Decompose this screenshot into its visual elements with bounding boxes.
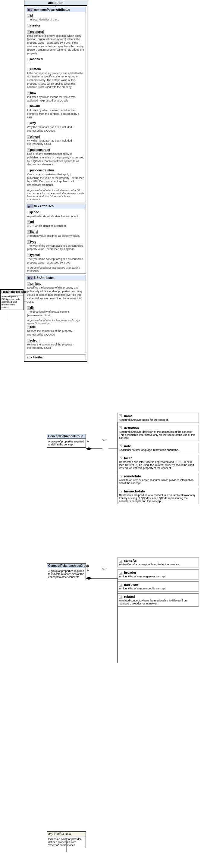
ext-header: any ##other 0..∞ xyxy=(47,832,86,836)
prop-broader-label: □ broader xyxy=(119,571,197,575)
flex-mandatory-note: A group of attributes associated with fl… xyxy=(27,266,84,272)
attr-dir: □dir The directionality of textual conte… xyxy=(27,306,84,317)
prop-sameas-label: □ sameAs xyxy=(119,559,197,562)
attr-modified: □modified ... xyxy=(27,57,84,65)
flex-role-content: Flexible generic PCLtype for both contro… xyxy=(1,294,23,310)
concept-rel-desc: A group of properties required to indica… xyxy=(48,569,84,579)
attr-id: □id The local identifier of the... xyxy=(27,13,84,22)
title-label: attributes xyxy=(48,1,63,4)
attr-whyuri-desc: Why the metadata has been included - exp… xyxy=(27,139,84,146)
prop-note-box: □ note Additional natural language infor… xyxy=(118,443,199,453)
prop-note-label: □ note xyxy=(119,444,197,448)
flex-role-title: Flex1RolePropType xyxy=(1,290,27,293)
attr-xmllang-name: □xmllang xyxy=(27,282,41,285)
prop-name-text: name xyxy=(124,414,133,418)
attr-pubconstrainturi-desc: One or many constraints that apply to pu… xyxy=(27,173,84,187)
attr-how-desc: Indicates by which means the value was a… xyxy=(27,95,84,102)
attr-custom-desc: If the corresponding property was added … xyxy=(27,72,84,89)
concept-def-group-box: ConceptDefinitionGroup A group of proper… xyxy=(47,434,86,447)
prop-hierarchyinfo-label: □ hierarchyInfo xyxy=(119,489,197,493)
attr-pubconstraint: □pubconstraint One or many constraints t… xyxy=(27,148,84,166)
attr-how-name: □how xyxy=(27,91,36,95)
attr-dir-name: □dir xyxy=(27,306,34,310)
attr-modified-desc: ... xyxy=(27,62,84,65)
flex-attributes-section: grp flexAttributes □qcode A qualified co… xyxy=(26,204,86,274)
prop-facet-label: □ facet xyxy=(119,456,197,460)
attr-howuri-name: □howuri xyxy=(27,104,40,108)
prop-hierarchyinfo-desc: Represents the position of a concept in … xyxy=(119,494,197,503)
common-power-attrs-content: □id The local identifier of the... □crea… xyxy=(26,12,86,202)
attr-role: □role Refines the semantics of the prope… xyxy=(27,325,84,336)
concept-rel-label: ConceptRelationshipsGroup xyxy=(48,564,89,567)
attr-qcode: □qcode A qualified code which identifies… xyxy=(27,210,84,218)
concept-def-desc: A group of properties required to define… xyxy=(48,440,84,446)
prop-broader-text: broader xyxy=(124,571,137,575)
attr-whyuri: □whyuri Why the metadata has been includ… xyxy=(27,135,84,146)
prop-facet-text: facet xyxy=(124,456,132,460)
attr-id-name: □id xyxy=(27,14,33,18)
attr-typeuri-desc: The type of the concept assigned as cont… xyxy=(27,257,84,265)
attr-uri-desc: A URI which identifies a concept. xyxy=(27,224,84,228)
attr-roleuri-desc: Refines the semantics of the property - … xyxy=(27,343,84,350)
attr-type-desc: The type of the concept assigned as cont… xyxy=(27,244,84,251)
prop-remoteinfo-box: □ remoteInfo A link to an item or a web … xyxy=(118,473,199,486)
attr-pubconstraint-name: □pubconstraint xyxy=(27,148,50,152)
right-definition-props: □ name A natural language name for the c… xyxy=(118,413,199,506)
ext-mult: 0..∞ xyxy=(66,833,71,835)
i18n-attrs-header: grp i18nAttributes xyxy=(26,275,86,280)
i18n-grp-icon: grp xyxy=(27,276,33,279)
common-power-mandatory-note: A group of attributes for all elements o… xyxy=(27,189,84,201)
attr-why-desc: Why the metadata has been included - exp… xyxy=(27,126,84,132)
attr-creatoruri-desc: If the attribute is empty, specifies whi… xyxy=(27,34,84,55)
common-power-attrs-label: commonPowerAttributes xyxy=(34,8,70,11)
attr-xmllang: □xmllang Specifies the language of this … xyxy=(27,282,84,304)
attr-type: □type The type of the concept assigned a… xyxy=(27,240,84,251)
grp-icon: grp xyxy=(27,8,33,11)
concept-def-right-mult: 0..* xyxy=(103,438,107,441)
attr-literal: □literal A freetext value assigned as pr… xyxy=(27,230,84,238)
mult-label-def: 0..* xyxy=(103,438,107,441)
prop-remoteinfo-desc: A link to an item or a web resource whic… xyxy=(119,478,197,485)
prop-narrower-label: □ narrower xyxy=(119,583,197,586)
svg-marker-9 xyxy=(86,577,92,580)
attr-why-name: □why xyxy=(27,121,36,125)
prop-definition-box: □ definition A natural language definiti… xyxy=(118,425,199,441)
concept-def-header: ConceptDefinitionGroup xyxy=(47,434,86,439)
attr-dir-desc: The directionality of textual content (e… xyxy=(27,310,84,317)
attr-literal-desc: A freetext value assigned as property va… xyxy=(27,234,84,238)
prop-note-text: note xyxy=(124,444,131,448)
attr-literal-name: □literal xyxy=(27,230,38,234)
prop-definition-text: definition xyxy=(124,426,139,430)
ext-box: any ##other 0..∞ Extension point for pro… xyxy=(47,831,86,848)
concept-def-content: A group of properties required to define… xyxy=(47,439,86,447)
ext-content: Extension point for provider-defined pro… xyxy=(47,836,86,848)
attr-creatoruri-name: □creatoruri xyxy=(27,30,44,34)
flex-role-header: Flex1RolePropType xyxy=(1,290,23,294)
concept-def-label: ConceptDefinitionGroup xyxy=(48,435,83,438)
prop-sameas-box: □ sameAs A identifier of a concept with … xyxy=(118,557,199,567)
attr-role-desc: Refines the semantics of the property - … xyxy=(27,330,84,336)
attr-uri: □uri A URI which identifies a concept. xyxy=(27,220,84,228)
attr-pubconstrainturi: □pubconstrainturi One or many constraint… xyxy=(27,168,84,187)
flex-attrs-label: flexAttributes xyxy=(34,205,54,208)
prop-narrower-desc: An identifier of a more specific concept… xyxy=(119,587,197,590)
prop-hierarchyinfo-box: □ hierarchyInfo Represents the position … xyxy=(118,488,199,504)
attr-pubconstrainturi-name: □pubconstrainturi xyxy=(27,169,54,172)
concept-rel-group-box: ConceptRelationshipsGroup A group of pro… xyxy=(47,563,86,580)
concept-rel-left-mult: ◆ xyxy=(87,569,89,571)
prop-name-label: □ name xyxy=(119,414,197,418)
common-power-attrs-header: grp commonPowerAttributes xyxy=(26,7,86,12)
attr-xmllang-desc: Specifies the language of this property … xyxy=(27,286,84,304)
prop-facet-desc: Deprecated and later, facet is deprecate… xyxy=(119,461,197,469)
prop-sameas-desc: A identifier of a concept with equivalen… xyxy=(119,563,197,566)
page-title: attributes xyxy=(24,0,87,5)
attr-creator-name: □creator xyxy=(27,24,40,27)
attr-uri-name: □uri xyxy=(27,220,34,224)
prop-related-box: □ related A related concept, where the r… xyxy=(118,593,199,607)
prop-remoteinfo-text: remoteInfo xyxy=(124,474,141,478)
prop-definition-desc: A natural language definition of the sem… xyxy=(119,430,197,439)
attr-qcode-name: □qcode xyxy=(27,211,39,214)
attr-roleuri-name: □roleuri xyxy=(27,339,39,342)
prop-note-desc: Additional natural language information … xyxy=(119,448,197,452)
mult-label-rel: 0..* xyxy=(103,567,107,570)
